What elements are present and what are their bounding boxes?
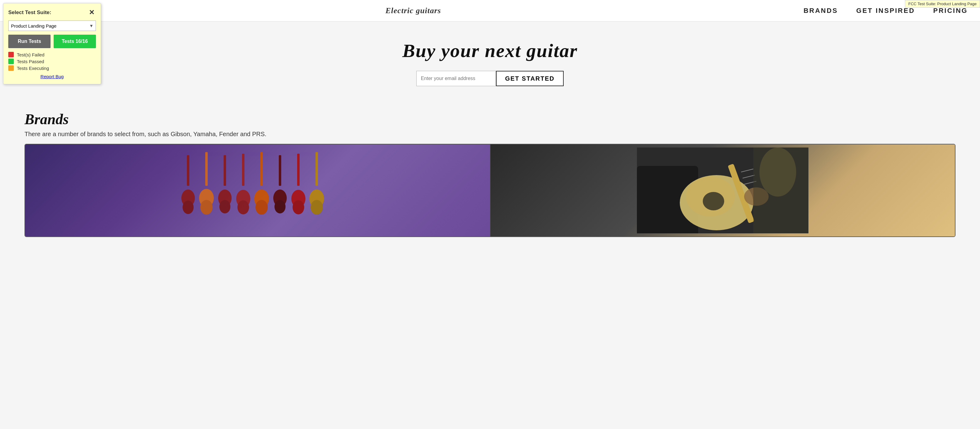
brands-section: Brands There are a number of brands to s…: [0, 99, 980, 249]
navbar-right: BRANDS GET INSPIRED PRICING: [803, 7, 968, 15]
svg-point-14: [256, 200, 268, 215]
close-button[interactable]: ✕: [87, 8, 96, 17]
email-input[interactable]: [416, 71, 496, 86]
legend-item-failed: Test(s) Failed: [8, 52, 96, 57]
svg-rect-0: [187, 155, 189, 186]
svg-point-5: [200, 200, 213, 215]
fcc-badge: FCC Test Suite: Product Landing Page: [905, 0, 980, 8]
guitars-row: [25, 144, 490, 236]
nav-link-pricing[interactable]: PRICING: [933, 7, 968, 15]
run-tests-button[interactable]: Run Tests: [8, 35, 51, 48]
legend-label-passed: Tests Passed: [17, 59, 44, 64]
svg-point-20: [293, 200, 304, 214]
green-dot-icon: [8, 59, 14, 64]
button-row: Run Tests Tests 16/16: [8, 35, 96, 48]
svg-rect-9: [242, 154, 245, 186]
svg-point-2: [183, 201, 194, 214]
nav-link-brands[interactable]: BRANDS: [803, 7, 838, 15]
navbar: 🎸 Electric guitars BRANDS GET INSPIRED P…: [0, 0, 980, 21]
svg-point-11: [237, 200, 249, 214]
svg-rect-18: [297, 154, 300, 186]
brands-image-right: [490, 144, 955, 236]
guitar-player-svg: [637, 147, 808, 233]
svg-point-8: [220, 200, 231, 214]
test-suite-select[interactable]: Product Landing Page: [8, 21, 96, 31]
brands-title: Brands: [24, 111, 956, 128]
panel-title: Select Test Suite:: [8, 10, 51, 16]
get-started-button[interactable]: GET STARTED: [496, 71, 564, 86]
report-bug-link[interactable]: Report Bug: [8, 74, 96, 79]
brands-description: There are a number of brands to select f…: [24, 131, 956, 138]
svg-rect-3: [205, 152, 208, 186]
svg-point-35: [759, 147, 796, 196]
test-panel: Select Test Suite: ✕ Product Landing Pag…: [3, 3, 101, 85]
legend: Test(s) Failed Tests Passed Tests Execut…: [8, 52, 96, 71]
brands-image-left: [25, 144, 490, 236]
guitar-row: [178, 146, 337, 235]
test-suite-selector[interactable]: Product Landing Page ▼: [8, 21, 96, 31]
tests-count-button[interactable]: Tests 16/16: [54, 35, 96, 48]
svg-rect-15: [279, 155, 281, 186]
brands-images: [24, 144, 956, 237]
svg-rect-21: [315, 152, 318, 186]
hero-section: Buy your next guitar GET STARTED: [0, 21, 980, 99]
legend-label-executing: Tests Executing: [17, 65, 49, 71]
legend-label-failed: Test(s) Failed: [17, 52, 45, 57]
svg-point-23: [311, 200, 323, 215]
site-title: Electric guitars: [385, 6, 441, 15]
svg-rect-12: [260, 152, 263, 186]
orange-dot-icon: [8, 65, 14, 71]
svg-rect-6: [224, 155, 226, 186]
panel-header: Select Test Suite: ✕: [8, 8, 96, 17]
svg-point-33: [703, 192, 724, 211]
legend-item-passed: Tests Passed: [8, 59, 96, 64]
nav-link-get-inspired[interactable]: GET INSPIRED: [856, 7, 915, 15]
hero-form: GET STARTED: [6, 71, 974, 86]
hero-title: Buy your next guitar: [6, 40, 974, 62]
legend-item-executing: Tests Executing: [8, 65, 96, 71]
svg-point-17: [275, 200, 285, 214]
red-dot-icon: [8, 52, 14, 57]
guitars-svg: [178, 146, 337, 232]
